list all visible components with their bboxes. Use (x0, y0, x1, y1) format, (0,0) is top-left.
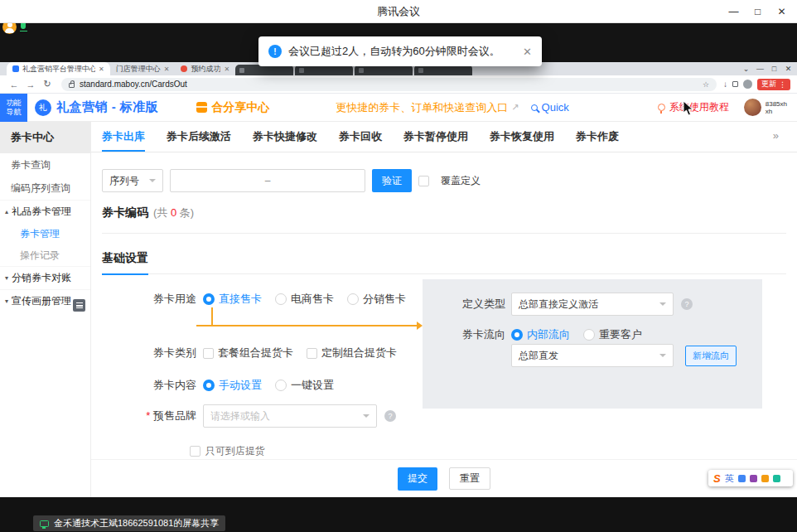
card-usage-label: 券卡用途 (91, 292, 196, 307)
tab-favicon (239, 68, 244, 73)
tab-close-icon[interactable]: ✕ (99, 65, 104, 73)
main-tab-bar: 券卡出库 券卡后续激活 券卡快捷修改 券卡回收 券卡暂停使用 券卡恢复使用 券卡… (91, 122, 797, 152)
ime-toolbox-icon[interactable] (761, 475, 769, 482)
external-link-icon: ↗ (511, 102, 519, 113)
tab-card-void[interactable]: 券卡作废 (576, 122, 619, 152)
tab-basic-settings[interactable]: 基础设置 (102, 251, 148, 275)
function-nav-button[interactable]: 功能 导航 (0, 94, 27, 122)
ime-toolbar[interactable]: S 英 (708, 470, 793, 486)
close-button[interactable]: ✕ (770, 0, 794, 23)
toast-close-icon[interactable]: ✕ (523, 46, 532, 58)
radio-distribution-sale[interactable]: 分销售卡 (347, 292, 406, 307)
tab-close-icon[interactable]: ✕ (164, 65, 170, 73)
quick-search-button[interactable]: Quick (531, 101, 569, 114)
browser-close-button[interactable]: ✕ (781, 65, 795, 73)
sidebar-group-distribution-reconciliation[interactable]: ▾ 分销券卡对账 (0, 266, 90, 289)
back-icon[interactable]: ← (7, 80, 22, 89)
bookmark-star-icon[interactable]: ☆ (703, 80, 709, 89)
tab-favicon (359, 68, 364, 73)
checkbox-custom-combo-card[interactable]: 定制组合提货卡 (307, 346, 397, 360)
checkbox-icon (203, 348, 214, 359)
browser-toolbar: ← → ↻ standard.maboy.cn/CardsOut ☆ ↓ 更新 … (0, 75, 797, 94)
card-content-row: 券卡内容 手动设置 一键设置 (91, 378, 334, 393)
tab-favicon (181, 65, 187, 72)
radio-manual-setup[interactable]: 手动设置 (203, 378, 262, 393)
refresh-icon[interactable]: ↻ (40, 79, 55, 89)
tab-card-followup-activation[interactable]: 券卡后续激活 (167, 122, 231, 152)
verify-button[interactable]: 验证 (372, 169, 412, 192)
ime-skin-icon[interactable] (773, 475, 780, 482)
sidebar-item-card-management[interactable]: 券卡管理 (0, 223, 90, 244)
tab-close-icon[interactable]: ✕ (224, 65, 229, 73)
card-usage-options: 直接售卡 电商售卡 分销售卡 (203, 292, 406, 307)
sidebar-item-card-query[interactable]: 券卡查询 (0, 153, 90, 177)
radio-icon (203, 293, 215, 305)
nav-square-line2: 导航 (7, 108, 22, 117)
sidebar-collapse-handle[interactable] (73, 299, 85, 312)
radio-one-click-setup[interactable]: 一键设置 (275, 378, 334, 393)
tab-card-restore[interactable]: 券卡恢复使用 (490, 122, 554, 152)
serial-type-select[interactable]: 序列号 (102, 169, 163, 192)
presale-brand-select[interactable]: 请选择或输入 (203, 404, 377, 428)
store-pickup-checkbox[interactable] (190, 446, 200, 457)
reset-button[interactable]: 重置 (449, 467, 490, 490)
quick-entry-link[interactable]: 更快捷的券卡、订单和快递查询入口 ↗ (336, 100, 519, 115)
screen-share-text: 金禾通技术王斌18662591081的屏幕共享 (54, 517, 219, 530)
tab-favicon (299, 68, 304, 73)
download-icon[interactable]: ↓ (723, 80, 727, 89)
caret-down-icon (659, 354, 666, 357)
presale-brand-label: * 预售品牌 (91, 409, 196, 423)
flow-connector-vertical (211, 307, 213, 326)
ime-logo-icon[interactable]: S (713, 473, 721, 484)
ime-language-mode[interactable]: 英 (725, 474, 734, 483)
collapse-chevrons-icon[interactable]: » (773, 129, 779, 142)
browser-minimize-button[interactable]: — (753, 65, 767, 73)
minimize-button[interactable]: — (722, 0, 746, 23)
browser-tab-label: 门店管理中心 (116, 64, 161, 75)
address-bar[interactable]: standard.maboy.cn/CardsOut ☆ (61, 78, 717, 91)
sidebar-group-gift-card-management[interactable]: ▴ 礼品券卡管理 (0, 200, 90, 223)
override-checkbox[interactable] (418, 176, 429, 186)
tab-card-recycle[interactable]: 券卡回收 (339, 122, 382, 152)
share-center-link[interactable]: 合分享中心 (196, 100, 269, 115)
browser-tab[interactable]: 门店管理中心 ✕ (110, 62, 176, 75)
ime-mic-icon[interactable] (738, 475, 746, 482)
user-name: 8385xh xh (766, 100, 787, 115)
radio-ecommerce-sale[interactable]: 电商售卡 (275, 292, 334, 307)
serial-range-input[interactable]: – (170, 169, 365, 192)
radio-label: 内部流向 (527, 327, 570, 342)
user-profile[interactable]: 8385xh xh (744, 99, 787, 116)
presale-brand-label-text: 预售品牌 (153, 409, 196, 422)
extensions-icon[interactable] (732, 81, 738, 87)
flow-select[interactable]: 总部直发 (511, 344, 674, 367)
define-type-select[interactable]: 总部直接定义激活 (511, 293, 674, 316)
update-button[interactable]: 更新 ⋮ (757, 79, 790, 90)
profile-icon[interactable] (743, 80, 752, 89)
window-controls: — □ ✕ (722, 0, 794, 23)
tab-card-suspend[interactable]: 券卡暂停使用 (403, 122, 468, 152)
radio-direct-sale[interactable]: 直接售卡 (203, 292, 262, 307)
help-icon[interactable]: ? (681, 298, 693, 310)
radio-important-customer[interactable]: 重要客户 (583, 327, 642, 342)
browser-maximize-button[interactable]: □ (767, 65, 781, 73)
maximize-button[interactable]: □ (746, 0, 770, 23)
submit-button[interactable]: 提交 (398, 467, 437, 491)
bulb-icon (658, 104, 665, 111)
tab-list-icon[interactable]: ⌄ (739, 65, 753, 73)
flow-connector-arrowhead (417, 322, 423, 330)
help-icon[interactable]: ? (384, 410, 396, 422)
card-flow-label: 券卡流向 (423, 327, 505, 342)
sidebar-item-operation-log[interactable]: 操作记录 (0, 244, 90, 266)
sidebar-item-code-sequence-query[interactable]: 编码序列查询 (0, 177, 90, 200)
forward-icon[interactable]: → (23, 80, 38, 89)
ime-keyboard-icon[interactable] (750, 475, 757, 482)
add-flow-button[interactable]: 新增流向 (685, 346, 737, 366)
caret-down-icon (363, 414, 370, 418)
checkbox-package-combo-card[interactable]: 套餐组合提货卡 (203, 346, 293, 360)
browser-tab-active[interactable]: 礼盒营销平台管理中心 ✕ (7, 62, 110, 75)
tab-card-quick-edit[interactable]: 券卡快捷修改 (253, 122, 317, 152)
browser-tab[interactable]: 预约成功 ✕ (175, 62, 235, 75)
tab-card-outbound[interactable]: 券卡出库 (102, 122, 145, 152)
card-content-options: 手动设置 一键设置 (203, 378, 334, 393)
radio-internal-flow[interactable]: 内部流向 (511, 327, 570, 342)
